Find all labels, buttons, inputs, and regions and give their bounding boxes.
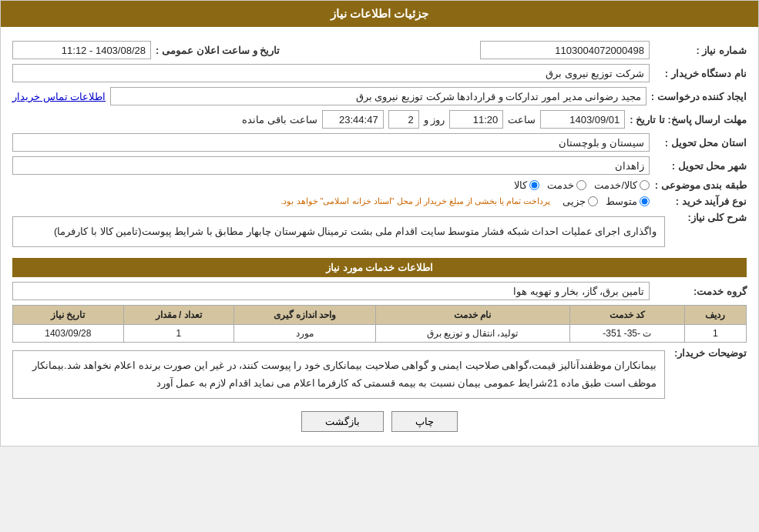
services-section-title: اطلاعات خدمات مورد نیاز — [12, 258, 747, 277]
col-header-row: ردیف — [684, 306, 746, 325]
buyer-org-label: نام دستگاه خریدار : — [654, 68, 747, 79]
province-value: سیستان و بلوچستان — [12, 133, 650, 152]
category-label: طبقه بندی موضوعی : — [654, 179, 747, 191]
col-header-quantity: تعداد / مقدار — [123, 306, 233, 325]
purchase-type-option-jozii[interactable]: جزیی — [563, 196, 598, 207]
col-header-name: نام خدمت — [375, 306, 569, 325]
purchase-type-option-motavasset[interactable]: متوسط — [606, 196, 650, 207]
deadline-days: 2 — [388, 110, 419, 129]
need-number-value: 1103004072000498 — [480, 41, 650, 59]
creator-contact-link[interactable]: اطلاعات تماس خریدار — [12, 91, 106, 102]
col-header-unit: واحد اندازه گیری — [234, 306, 376, 325]
category-option-khedmat[interactable]: خدمت — [547, 179, 586, 191]
deadline-label: مهلت ارسال پاسخ: تا تاریخ : — [630, 114, 747, 125]
category-option-kala[interactable]: کالا — [514, 179, 539, 191]
deadline-remaining: 23:44:47 — [322, 110, 384, 129]
service-group-label: گروه خدمت: — [654, 286, 747, 297]
buyer-org-value: شرکت توزیع نیروی برق — [12, 64, 650, 82]
page-header: جزئیات اطلاعات نیاز — [1, 1, 758, 27]
buyer-notes-label: توضیحات خریدار: — [670, 347, 747, 359]
province-label: استان محل تحویل : — [654, 137, 747, 149]
table-row: 1 ت -35- 351- تولید، انتقال و توزیع برق … — [13, 325, 747, 343]
purchase-type-note: پرداخت تمام یا بخشی از مبلغ خریدار از مح… — [280, 196, 550, 206]
category-option-kala-khedmat[interactable]: کالا/خدمت — [594, 179, 650, 191]
cell-name: تولید، انتقال و توزیع برق — [375, 325, 569, 343]
cell-row: 1 — [684, 325, 746, 343]
col-header-code: کد خدمت — [569, 306, 684, 325]
creator-value: مجید رضوانی مدیر امور تدارکات و قرارداده… — [110, 87, 646, 105]
description-label: شرح کلی نیاز: — [670, 212, 747, 223]
description-text: واگذاری اجرای عملیات احداث شبکه فشار متو… — [12, 216, 665, 247]
announcement-date-label: تاریخ و ساعت اعلان عمومی : — [156, 45, 280, 56]
deadline-time-label: ساعت — [508, 114, 536, 125]
deadline-time: 11:20 — [449, 110, 503, 129]
cell-quantity: 1 — [123, 325, 233, 343]
creator-label: ایجاد کننده درخواست : — [651, 91, 747, 102]
cell-unit: مورد — [234, 325, 376, 343]
purchase-type-radio-group: متوسط جزیی — [563, 196, 650, 207]
back-button[interactable]: بازگشت — [301, 411, 384, 432]
services-table: ردیف کد خدمت نام خدمت واحد اندازه گیری ت… — [12, 305, 747, 343]
announcement-date-value: 1403/08/28 - 11:12 — [12, 41, 151, 59]
deadline-days-label: روز و — [424, 114, 445, 125]
cell-date: 1403/09/28 — [13, 325, 124, 343]
action-buttons: چاپ بازگشت — [12, 411, 747, 432]
page-title: جزئیات اطلاعات نیاز — [331, 7, 428, 20]
purchase-type-label: نوع فرآیند خرید : — [654, 196, 747, 207]
city-label: شهر محل تحویل : — [654, 160, 747, 172]
city-value: زاهدان — [12, 156, 650, 175]
deadline-date: 1403/09/01 — [540, 110, 625, 129]
need-number-label: شماره نیاز : — [654, 45, 747, 56]
buyer-notes-text: بیمانکاران موظفندآنالیز قیمت،گواهی صلاحی… — [12, 350, 665, 399]
cell-code: ت -35- 351- — [569, 325, 684, 343]
print-button[interactable]: چاپ — [391, 411, 458, 432]
col-header-date: تاریخ نیاز — [13, 306, 124, 325]
deadline-remaining-label: ساعت باقی مانده — [242, 114, 317, 125]
service-group-value: تامین برق، گاز، بخار و تهویه هوا — [12, 282, 650, 300]
category-radio-group: کالا/خدمت خدمت کالا — [514, 179, 650, 191]
